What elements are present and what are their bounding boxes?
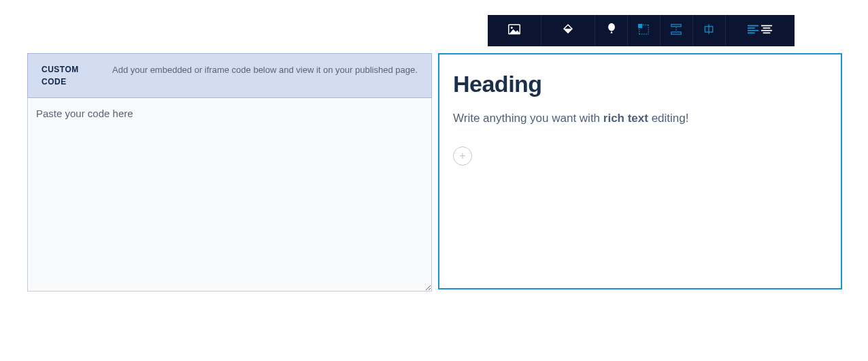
- custom-code-header: CUSTOM CODE Add your embedded or iframe …: [27, 53, 432, 98]
- toolbar-fill[interactable]: [541, 15, 595, 46]
- editor-body-before: Write anything you want with: [453, 112, 603, 125]
- custom-code-description: Add your embedded or iframe code below a…: [112, 63, 418, 77]
- svg-point-1: [511, 27, 513, 29]
- toolbar-align-center[interactable]: [693, 15, 726, 46]
- align-left-icon: [748, 25, 758, 37]
- align-justify-icon: [761, 25, 772, 37]
- toolbar-size[interactable]: [628, 15, 661, 46]
- custom-code-block: CUSTOM CODE Add your embedded or iframe …: [27, 53, 432, 294]
- spacing-icon: [671, 24, 682, 37]
- editor-body-bold: rich text: [603, 112, 648, 125]
- image-icon: [508, 24, 520, 37]
- svg-rect-9: [671, 32, 681, 34]
- toolbar-text-align[interactable]: [726, 15, 795, 46]
- svg-rect-8: [671, 25, 681, 27]
- custom-code-label: CUSTOM CODE: [41, 63, 112, 88]
- toolbar-balloon[interactable]: [595, 15, 628, 46]
- custom-code-label-line1: CUSTOM: [41, 65, 79, 74]
- editor-heading[interactable]: Heading: [453, 71, 827, 97]
- editor-toolbar: [488, 15, 795, 46]
- toolbar-image[interactable]: [488, 15, 541, 46]
- add-content-button[interactable]: +: [453, 146, 472, 166]
- fill-icon: [562, 23, 574, 38]
- rich-text-block[interactable]: Heading Write anything you want with ric…: [438, 53, 842, 289]
- editor-paragraph[interactable]: Write anything you want with rich text e…: [453, 110, 827, 127]
- plus-icon: +: [459, 150, 465, 162]
- custom-code-label-line2: CODE: [41, 77, 67, 87]
- balloon-icon: [607, 23, 616, 38]
- editor-body-after: editing!: [648, 112, 689, 125]
- svg-rect-3: [638, 24, 642, 28]
- svg-point-2: [608, 23, 615, 31]
- size-icon: [638, 24, 649, 37]
- custom-code-input[interactable]: [27, 98, 432, 292]
- align-center-icon: [703, 24, 715, 37]
- toolbar-spacing[interactable]: [661, 15, 693, 46]
